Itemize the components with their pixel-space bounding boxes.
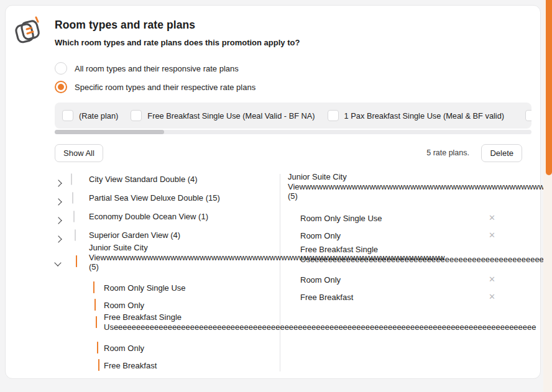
vertical-scrollbar-track[interactable] — [543, 0, 552, 392]
checkbox-icon[interactable] — [62, 110, 73, 121]
radio-all-room-types[interactable]: All room types and their responsive rate… — [55, 62, 239, 75]
room-checkbox[interactable] — [71, 173, 72, 185]
selected-rate-plan: Room Only — [300, 275, 341, 285]
expand-chevron[interactable] — [56, 196, 61, 207]
room-type-label[interactable]: Partial Sea View Deluxe Double (15) — [89, 193, 220, 203]
room-type-label[interactable]: Economy Double Ocean View (1) — [89, 212, 208, 222]
rate-plan-option[interactable]: Free Breakfast Single Use (Meal Valid - … — [131, 110, 315, 121]
rate-plan-label[interactable]: Room Only — [104, 344, 144, 353]
expand-chevron[interactable] — [56, 177, 61, 188]
room-checkbox[interactable] — [72, 192, 73, 204]
rate-plan-checkbox-checked[interactable] — [96, 316, 97, 328]
vertical-scrollbar-thumb[interactable] — [546, 0, 552, 175]
checkbox-icon[interactable] — [131, 110, 142, 121]
room-type-label-expanded[interactable]: Junior Suite City Viewwwwwwwwwwwwwwwwwww… — [89, 243, 275, 272]
rate-plan-option-label: Free Breakfast Single Use (Meal Valid - … — [147, 111, 315, 121]
rate-plan-checkbox-checked[interactable] — [94, 299, 96, 311]
radio-selected-icon[interactable] — [55, 81, 67, 93]
delete-button[interactable]: Delete — [481, 144, 522, 162]
rate-plan-option-label: (Rate plan) — [79, 111, 118, 121]
rate-plan-checkbox-checked[interactable] — [97, 342, 98, 353]
rate-plan-option-label: 1 Pax Breakfast Single Use (Meal & BF va… — [344, 111, 504, 121]
panel-divider — [280, 174, 280, 371]
room-type-label[interactable]: Superior Garden View (4) — [89, 230, 180, 240]
selected-rate-plan: Room Only — [300, 231, 341, 241]
remove-icon[interactable]: ✕ — [489, 231, 495, 240]
rate-plan-label[interactable]: Room Only Single Use — [104, 283, 186, 293]
rate-plan-filter-bar: (Rate plan) Free Breakfast Single Use (M… — [55, 103, 531, 129]
radio-specific-room-types[interactable]: Specific room types and their respective… — [55, 80, 255, 94]
radio-unselected-icon[interactable] — [55, 62, 67, 75]
room-type-label[interactable]: City View Standard Double (4) — [89, 175, 198, 185]
collapse-chevron[interactable] — [55, 257, 60, 268]
rate-plan-label[interactable]: Free Breakfast — [104, 361, 157, 371]
page: Room types and rate plans Which room typ… — [0, 0, 552, 392]
remove-icon[interactable]: ✕ — [489, 214, 495, 222]
expand-chevron[interactable] — [56, 233, 61, 244]
expand-chevron[interactable] — [56, 214, 61, 226]
selected-rate-plan: Free Breakfast Single Useeeeeeeeeeeeeeee… — [300, 245, 403, 264]
show-all-button[interactable]: Show All — [55, 144, 103, 162]
rate-plan-option[interactable]: 1 Pax Breakfast Single Use (Meal & BF va… — [328, 110, 504, 121]
selected-rate-plan: Room Only Single Use — [300, 214, 382, 224]
radio-all-label: All room types and their responsive rate… — [75, 64, 239, 73]
radio-specific-label: Specific room types and their respective… — [75, 83, 255, 92]
page-title: Room types and rate plans — [55, 19, 195, 32]
checkbox-icon-partial[interactable] — [525, 110, 531, 121]
remove-icon[interactable]: ✕ — [489, 293, 495, 301]
rate-plan-option[interactable]: (Rate plan) — [62, 110, 118, 121]
checkbox-icon[interactable] — [328, 110, 339, 121]
rate-plan-label[interactable]: Room Only — [104, 301, 144, 311]
room-checkbox[interactable] — [75, 229, 76, 241]
rate-plan-checkbox-checked[interactable] — [98, 359, 99, 371]
rate-plan-label[interactable]: Free Breakfast Single Useeeeeeeeeeeeeeee… — [104, 312, 223, 332]
room-checkbox-checked[interactable] — [76, 255, 77, 267]
selected-rate-plan: Free Breakfast — [300, 293, 353, 303]
rate-plan-checkbox-checked[interactable] — [93, 281, 94, 293]
promotion-note-icon — [12, 15, 44, 46]
room-checkbox[interactable] — [73, 211, 75, 222]
horizontal-scrollbar-thumb[interactable] — [55, 130, 164, 134]
page-subtitle: Which room types and rate plans does thi… — [55, 38, 300, 47]
remove-icon[interactable]: ✕ — [489, 275, 495, 284]
rate-plan-count: 5 rate plans. — [426, 148, 469, 157]
selected-room-header: Junior Suite City Viewwwwwwwwwwwwwwwwwww… — [288, 172, 524, 201]
horizontal-scrollbar-track[interactable] — [55, 130, 531, 134]
